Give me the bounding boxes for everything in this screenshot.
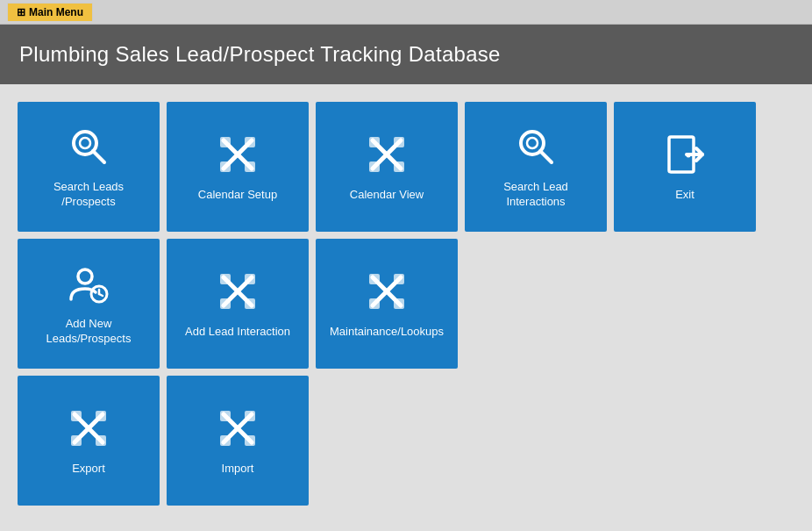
menu-tab[interactable]: ⊞ Main Menu: [7, 3, 93, 21]
svg-rect-29: [220, 298, 231, 309]
svg-rect-5: [220, 137, 231, 147]
svg-point-17: [527, 138, 538, 148]
tile-import[interactable]: Import: [167, 376, 309, 506]
svg-rect-7: [220, 161, 231, 172]
svg-rect-41: [71, 435, 82, 446]
svg-line-24: [99, 294, 103, 296]
svg-point-2: [80, 138, 90, 148]
grid-container: Search Leads/Prospects Calendar Setup: [0, 84, 812, 523]
svg-rect-28: [245, 298, 255, 309]
wrench-cross-icon-6: [215, 405, 260, 455]
svg-rect-33: [369, 274, 380, 284]
grid-row-3: Export Import: [18, 376, 794, 506]
wrench-cross-icon: [215, 132, 260, 181]
tile-label: Search Leads/Prospects: [53, 180, 124, 210]
svg-rect-11: [369, 137, 380, 147]
svg-rect-45: [220, 411, 231, 421]
svg-point-21: [78, 269, 92, 283]
wrench-cross-icon-5: [66, 405, 111, 455]
wrench-cross-icon-3: [215, 269, 260, 318]
search-magnify-icon: [66, 124, 111, 173]
person-clock-icon: [66, 261, 111, 310]
svg-rect-34: [394, 298, 404, 309]
svg-rect-46: [245, 435, 255, 446]
main-title: Plumbing Sales Lead/Prospect Tracking Da…: [0, 25, 812, 84]
tile-label: Maintainance/Lookups: [330, 325, 444, 340]
svg-rect-40: [96, 435, 106, 446]
svg-line-16: [540, 151, 552, 162]
tile-add-new-leads[interactable]: Add NewLeads/Prospects: [18, 239, 160, 369]
tile-label: Search LeadInteractions: [503, 180, 568, 210]
svg-line-1: [93, 151, 104, 162]
svg-rect-6: [245, 161, 255, 172]
svg-rect-12: [394, 161, 404, 172]
tile-label: Calendar View: [350, 188, 424, 203]
svg-point-20: [687, 153, 691, 157]
wrench-cross-icon-2: [364, 132, 410, 181]
tile-add-lead-interaction[interactable]: Add Lead Interaction: [167, 239, 309, 369]
tile-label: Import: [222, 462, 254, 477]
wrench-cross-icon-4: [364, 269, 410, 318]
tile-exit[interactable]: Exit: [614, 102, 756, 232]
menu-tab-label: Main Menu: [29, 6, 83, 18]
svg-rect-30: [245, 274, 255, 284]
grid-icon: ⊞: [17, 6, 25, 18]
svg-rect-36: [394, 274, 404, 284]
search-magnify-icon-2: [513, 124, 559, 173]
tile-calendar-view[interactable]: Calendar View: [316, 102, 458, 232]
tile-label: Calendar Setup: [198, 188, 277, 203]
tile-label: Exit: [675, 188, 694, 203]
exit-icon: [662, 132, 708, 181]
tile-label: Add Lead Interaction: [185, 325, 290, 340]
tile-label: Export: [72, 462, 105, 477]
svg-rect-42: [96, 411, 106, 421]
svg-rect-39: [71, 411, 82, 421]
tile-export[interactable]: Export: [18, 376, 160, 506]
tile-label: Add NewLeads/Prospects: [46, 317, 132, 347]
grid-row-2: Add NewLeads/Prospects Add Lead Interact…: [18, 239, 794, 369]
svg-rect-8: [245, 137, 255, 147]
svg-rect-47: [220, 435, 231, 446]
tile-search-leads[interactable]: Search Leads/Prospects: [18, 102, 160, 232]
tile-maintenance-lookups[interactable]: Maintainance/Lookups: [316, 239, 458, 369]
svg-rect-48: [245, 411, 255, 421]
tile-search-lead-interactions[interactable]: Search LeadInteractions: [465, 102, 607, 232]
svg-rect-35: [369, 298, 380, 309]
grid-row-1: Search Leads/Prospects Calendar Setup: [18, 102, 794, 232]
svg-rect-13: [369, 161, 380, 172]
svg-rect-27: [220, 274, 231, 284]
top-bar: ⊞ Main Menu: [0, 0, 812, 25]
tile-calendar-setup[interactable]: Calendar Setup: [167, 102, 309, 232]
svg-rect-14: [394, 137, 404, 147]
